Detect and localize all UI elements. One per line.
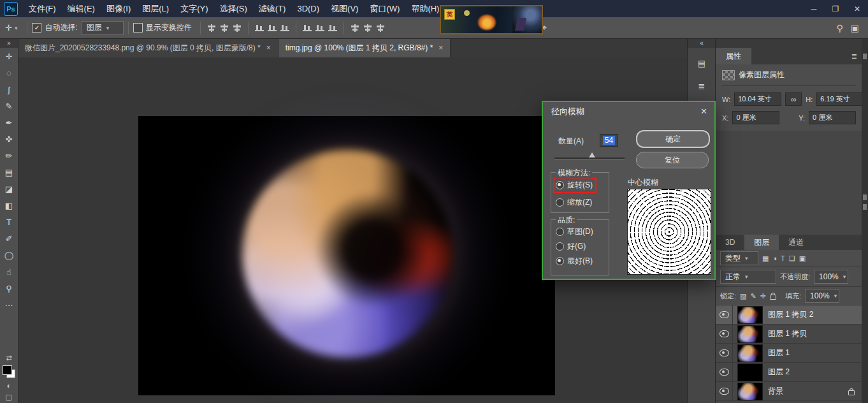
layer-name[interactable]: 背景 bbox=[768, 386, 783, 397]
method-spin-option[interactable]: 旋转(S) bbox=[556, 180, 593, 191]
filter-type-icon[interactable]: T bbox=[781, 254, 785, 262]
quality-good-option[interactable]: 好(G) bbox=[556, 241, 609, 252]
height-field[interactable]: 6.19 英寸 bbox=[816, 92, 864, 106]
distribute-right-icon[interactable] bbox=[376, 24, 385, 32]
toolbar-collapse-icon[interactable]: » bbox=[0, 38, 18, 48]
edit-toolbar-icon[interactable]: ⋯ bbox=[0, 297, 18, 313]
distribute-bottom-icon[interactable] bbox=[328, 24, 337, 32]
current-tool-button[interactable]: ✛ ▾ bbox=[5, 23, 17, 33]
minimize-button[interactable]: ─ bbox=[803, 0, 825, 17]
gradient-tool[interactable]: ◧ bbox=[0, 197, 18, 214]
eye-icon[interactable] bbox=[720, 330, 729, 337]
radio-good[interactable] bbox=[556, 242, 564, 251]
align-horizontal-centers-icon[interactable] bbox=[220, 24, 229, 32]
lasso-tool[interactable]: ʃ bbox=[0, 81, 18, 98]
radio-draft[interactable] bbox=[556, 228, 564, 236]
layer-thumbnail[interactable] bbox=[737, 344, 763, 362]
document-tab-1[interactable]: 微信图片_20200528233948.png @ 90.9% (图层 0 拷贝… bbox=[18, 38, 278, 57]
document-tab-2[interactable]: timg.jpg @ 100% (图层 1 拷贝 2, RGB/8#) * × bbox=[278, 38, 451, 57]
lock-position-icon[interactable]: ✛ bbox=[760, 292, 766, 300]
screen-mode-icon[interactable]: ▢ bbox=[5, 393, 12, 402]
auto-select-target-dropdown[interactable]: 图层 bbox=[82, 21, 124, 35]
distribute-vertical-icon[interactable] bbox=[315, 24, 324, 32]
visibility-cell[interactable] bbox=[716, 305, 733, 324]
pen-tool[interactable]: ✐ bbox=[0, 230, 18, 247]
eraser-tool[interactable]: ◪ bbox=[0, 180, 18, 197]
eye-icon[interactable] bbox=[720, 388, 729, 395]
dialog-close-icon[interactable]: ✕ bbox=[700, 106, 707, 116]
visibility-cell[interactable] bbox=[716, 325, 733, 343]
layer-row-3[interactable]: 图层 1 bbox=[716, 344, 862, 363]
move-tool[interactable]: ✛ bbox=[0, 48, 18, 64]
lock-all-icon[interactable] bbox=[770, 295, 776, 300]
menu-image[interactable]: 图像(I) bbox=[101, 0, 136, 17]
layer-thumbnail[interactable] bbox=[737, 363, 763, 381]
foreground-color-swatch[interactable] bbox=[3, 365, 12, 375]
promo-banner[interactable]: 英 bbox=[440, 5, 543, 34]
strip-marker[interactable] bbox=[863, 204, 867, 210]
strip-marker[interactable] bbox=[863, 194, 867, 200]
tab-layers[interactable]: 图层 bbox=[744, 235, 779, 250]
align-right-edges-icon[interactable] bbox=[233, 24, 242, 32]
brush-tool[interactable]: ✏ bbox=[0, 147, 18, 164]
amount-slider[interactable] bbox=[554, 158, 625, 159]
shape-tool[interactable]: ◯ bbox=[0, 247, 18, 263]
eye-icon[interactable] bbox=[720, 311, 729, 318]
auto-select-checkbox[interactable] bbox=[32, 23, 41, 33]
visibility-cell[interactable] bbox=[716, 344, 733, 362]
reset-button[interactable]: 复位 bbox=[636, 152, 709, 168]
collapsed-panel-icon-b[interactable]: ≣ bbox=[694, 78, 709, 94]
menu-3d[interactable]: 3D(D) bbox=[291, 0, 325, 17]
align-vertical-centers-icon[interactable] bbox=[268, 24, 277, 32]
healing-brush-tool[interactable]: ✜ bbox=[0, 131, 18, 147]
distribute-left-icon[interactable] bbox=[351, 24, 359, 32]
type-tool[interactable]: T bbox=[0, 214, 18, 230]
layer-name[interactable]: 图层 1 拷贝 bbox=[768, 328, 807, 339]
blend-mode-dropdown[interactable]: 正常 bbox=[720, 270, 776, 284]
tab-properties[interactable]: 属性 bbox=[716, 48, 751, 64]
quick-mask-icon[interactable]: ◐ bbox=[6, 381, 11, 390]
opacity-dropdown[interactable]: 100% bbox=[814, 270, 848, 284]
align-top-edges-icon[interactable] bbox=[255, 24, 264, 32]
menu-select[interactable]: 选择(S) bbox=[213, 0, 252, 17]
eyedropper-tool[interactable]: ✒ bbox=[0, 114, 18, 131]
slider-thumb[interactable] bbox=[589, 152, 595, 158]
menu-file[interactable]: 文件(F) bbox=[23, 0, 62, 17]
quality-draft-option[interactable]: 草图(D) bbox=[556, 226, 609, 237]
visibility-cell[interactable] bbox=[716, 363, 733, 381]
layer-name[interactable]: 图层 2 bbox=[768, 367, 790, 377]
quality-best-option[interactable]: 最好(B) bbox=[556, 256, 609, 267]
show-transform-checkbox[interactable] bbox=[133, 23, 143, 33]
filter-pixel-icon[interactable]: ▦ bbox=[762, 254, 769, 263]
menu-filter[interactable]: 滤镜(T) bbox=[253, 0, 292, 17]
layer-row-background[interactable]: 背景 bbox=[716, 382, 862, 401]
filter-type-dropdown[interactable]: 类型 bbox=[720, 251, 758, 265]
tab-3d[interactable]: 3D bbox=[716, 235, 744, 250]
color-swatches[interactable] bbox=[2, 365, 16, 379]
layer-thumbnail[interactable] bbox=[737, 383, 763, 400]
eye-icon[interactable] bbox=[720, 349, 729, 356]
search-icon[interactable]: ⚲ bbox=[837, 23, 843, 33]
layer-row-4[interactable]: 图层 2 bbox=[716, 363, 862, 382]
blur-center-preview[interactable] bbox=[627, 189, 711, 275]
marquee-tool[interactable]: ◌ bbox=[0, 64, 18, 81]
distribute-top-icon[interactable] bbox=[303, 24, 312, 32]
radio-spin[interactable] bbox=[556, 181, 564, 189]
radio-best[interactable] bbox=[556, 257, 564, 265]
distribute-center-icon[interactable] bbox=[363, 24, 372, 32]
x-field[interactable]: 0 厘米 bbox=[732, 111, 779, 124]
method-zoom-option[interactable]: 缩放(Z) bbox=[556, 197, 609, 208]
close-button[interactable]: ✕ bbox=[846, 0, 868, 17]
hand-tool[interactable]: ☝ bbox=[0, 263, 18, 280]
filter-smart-object-icon[interactable]: ▣ bbox=[799, 254, 806, 263]
tab-channels[interactable]: 通道 bbox=[779, 235, 813, 250]
link-dimensions-icon[interactable]: ∞ bbox=[785, 92, 802, 106]
close-icon[interactable]: × bbox=[266, 43, 271, 52]
layer-name[interactable]: 图层 1 bbox=[768, 348, 790, 358]
document-image[interactable] bbox=[138, 116, 555, 395]
y-field[interactable]: 0 厘米 bbox=[809, 111, 856, 124]
workspace-layout-icon[interactable]: ▣ bbox=[851, 23, 859, 33]
zoom-tool[interactable]: ⚲ bbox=[0, 280, 18, 297]
restore-button[interactable]: ❐ bbox=[825, 0, 846, 17]
amount-field[interactable]: 54 bbox=[600, 134, 618, 147]
